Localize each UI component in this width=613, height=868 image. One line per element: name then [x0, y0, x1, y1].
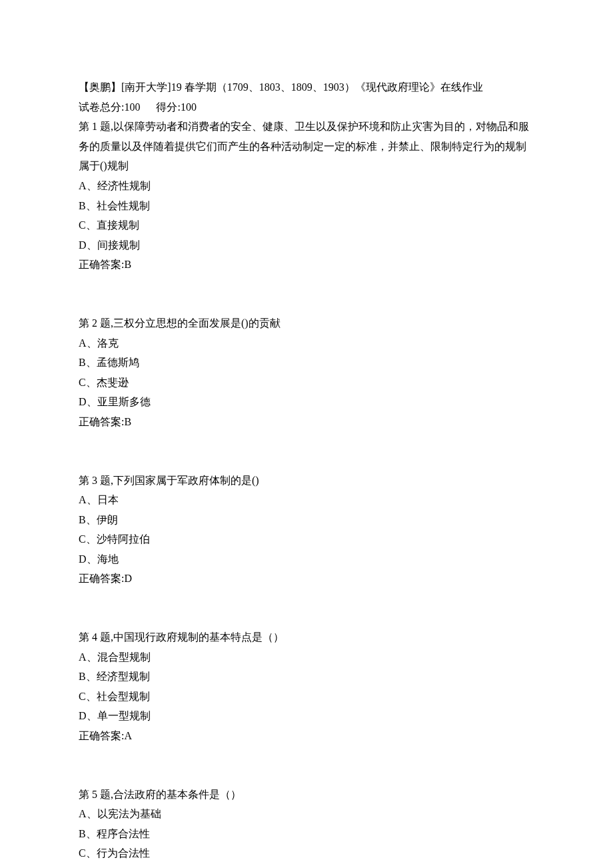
spacer	[79, 275, 534, 313]
question-2: 第 2 题,三权分立思想的全面发展是()的贡献 A、洛克 B、孟德斯鸠 C、杰斐…	[79, 313, 534, 432]
option-d: D、国际认同	[79, 863, 534, 868]
correct-answer: 正确答案:B	[79, 255, 534, 275]
question-prompt: 第 3 题,下列国家属于军政府体制的是()	[79, 471, 534, 491]
option-a: A、混合型规制	[79, 647, 534, 667]
option-b: B、社会性规制	[79, 196, 534, 216]
option-a: A、以宪法为基础	[79, 804, 534, 824]
question-prompt: 第 4 题,中国现行政府规制的基本特点是（）	[79, 627, 534, 647]
option-c: C、行为合法性	[79, 843, 534, 863]
option-b: B、经济型规制	[79, 667, 534, 687]
question-4: 第 4 题,中国现行政府规制的基本特点是（） A、混合型规制 B、经济型规制 C…	[79, 627, 534, 746]
correct-answer: 正确答案:A	[79, 726, 534, 746]
option-d: D、间接规制	[79, 235, 534, 255]
question-prompt: 第 2 题,三权分立思想的全面发展是()的贡献	[79, 313, 534, 333]
question-prompt: 第 5 题,合法政府的基本条件是（）	[79, 785, 534, 805]
spacer	[79, 432, 534, 471]
option-b: B、伊朗	[79, 510, 534, 530]
document-page: 【奥鹏】[南开大学]19 春学期（1709、1803、1809、1903）《现代…	[0, 0, 613, 868]
spacer	[79, 746, 534, 785]
option-b: B、孟德斯鸠	[79, 353, 534, 373]
option-b: B、程序合法性	[79, 824, 534, 844]
spacer	[79, 589, 534, 627]
question-5: 第 5 题,合法政府的基本条件是（） A、以宪法为基础 B、程序合法性 C、行为…	[79, 785, 534, 868]
correct-answer: 正确答案:B	[79, 412, 534, 432]
option-c: C、沙特阿拉伯	[79, 529, 534, 549]
option-a: A、洛克	[79, 333, 534, 353]
score-line: 试卷总分:100 得分:100	[79, 97, 534, 117]
option-d: D、单一型规制	[79, 706, 534, 726]
option-d: D、亚里斯多德	[79, 392, 534, 412]
option-c: C、社会型规制	[79, 687, 534, 707]
question-prompt: 第 1 题,以保障劳动者和消费者的安全、健康、卫生以及保护环境和防止灾害为目的，…	[79, 117, 534, 176]
document-title: 【奥鹏】[南开大学]19 春学期（1709、1803、1809、1903）《现代…	[79, 77, 534, 97]
option-c: C、杰斐逊	[79, 373, 534, 393]
option-d: D、海地	[79, 549, 534, 569]
option-c: C、直接规制	[79, 215, 534, 235]
correct-answer: 正确答案:D	[79, 569, 534, 589]
question-3: 第 3 题,下列国家属于军政府体制的是() A、日本 B、伊朗 C、沙特阿拉伯 …	[79, 471, 534, 589]
question-1: 第 1 题,以保障劳动者和消费者的安全、健康、卫生以及保护环境和防止灾害为目的，…	[79, 117, 534, 275]
option-a: A、日本	[79, 490, 534, 510]
option-a: A、经济性规制	[79, 176, 534, 196]
